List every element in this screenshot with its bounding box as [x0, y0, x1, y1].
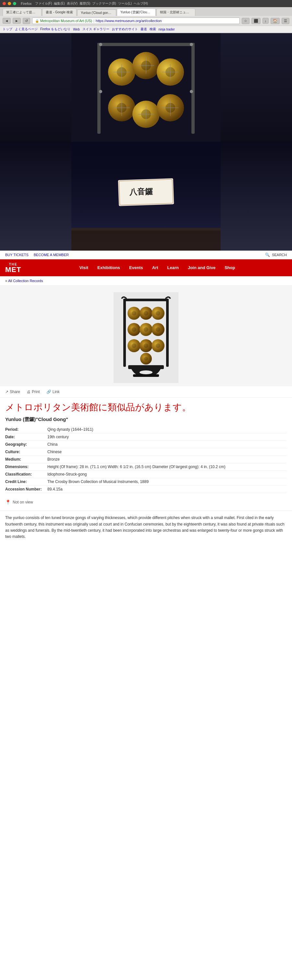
search-icon: 🔍 [265, 253, 270, 257]
topbar-right[interactable]: 🔍 SEARCH [265, 253, 287, 257]
bookmark-recommended[interactable]: おすすめのサイト [112, 27, 138, 32]
svg-point-58 [144, 344, 148, 348]
detail-value-date: 19th century [48, 435, 287, 439]
detail-value-medium: Bronze [48, 457, 287, 461]
artwork-description: The yunluo consists of ten tuned bronze … [0, 511, 292, 546]
detail-label-date: Date: [5, 435, 48, 439]
svg-point-50 [132, 327, 136, 332]
reload-button[interactable]: ↺ [23, 18, 30, 24]
link-link[interactable]: 🔗 Link [46, 390, 60, 394]
hero-image-2: 八音鑼 [0, 142, 292, 251]
detail-value-dimensions: Height (Of frame): 28 in. (71.1 cm) Widt… [48, 465, 287, 469]
svg-text:八音鑼: 八音鑼 [129, 187, 153, 197]
download-button[interactable]: ↓ [262, 18, 269, 24]
menu-button[interactable]: ☰ [282, 18, 289, 24]
detail-row-period: Period: Qing dynasty (1644–1911) [5, 426, 287, 433]
link-icon: 🔗 [46, 390, 51, 394]
breadcrumb-link[interactable]: All Collection Records [8, 279, 43, 283]
met-website: BUY TICKETS BECOME A MEMBER 🔍 SEARCH THE… [0, 251, 292, 546]
become-member-link[interactable]: BECOME A MEMBER [34, 253, 69, 257]
detail-label-medium: Medium: [5, 457, 48, 461]
detail-label-accession: Accession Number: [5, 487, 48, 492]
svg-point-44 [132, 311, 136, 315]
minimize-dot[interactable] [8, 2, 11, 5]
svg-rect-63 [128, 365, 164, 369]
topbar-left: BUY TICKETS BECOME A MEMBER [5, 253, 69, 257]
tab-1[interactable]: 第三者によって提示された… [3, 8, 41, 16]
gongs-image-1 [71, 33, 221, 142]
tab-5[interactable]: 韓国・北部材ニュース・Yun… [156, 8, 195, 16]
tab-2[interactable]: 書道 - Google 検索 [42, 8, 76, 16]
nav-visit[interactable]: Visit [75, 259, 93, 276]
detail-value-classification: Idiophone-Struck-gong [48, 472, 287, 477]
svg-rect-3 [191, 43, 195, 134]
not-on-view-text: Not on view [13, 500, 33, 504]
back-button[interactable]: ◄ [3, 18, 11, 24]
bookmark-swiss[interactable]: スイス ギャラリー [83, 27, 110, 32]
detail-row-geography: Geography: China [5, 441, 287, 448]
browser-menu-edit: 編集(E) [54, 1, 65, 6]
svg-rect-40 [123, 299, 169, 301]
nav-exhibitions[interactable]: Exhibitions [93, 259, 125, 276]
detail-label-geography: Geography: [5, 442, 48, 447]
tab-3[interactable]: Yunluo ('Cloud gong')… [77, 10, 116, 16]
svg-point-28 [99, 43, 102, 46]
bookmark-search[interactable]: 検索 [149, 27, 156, 32]
search-label[interactable]: SEARCH [272, 253, 287, 257]
svg-point-46 [144, 311, 148, 315]
forward-button[interactable]: ► [13, 18, 21, 24]
browser-menu-history: 履歴(S) [79, 1, 90, 6]
print-icon: 🖨 [27, 390, 30, 394]
svg-point-29 [190, 43, 193, 46]
label-image: 八音鑼 [71, 142, 221, 251]
japanese-title: メトロポリタン美術館に類似品があります。 [5, 401, 287, 413]
svg-rect-1 [97, 43, 195, 46]
browser-menu-tools: ツール(L) [118, 1, 132, 6]
browser-menu: ファイル(F) [35, 1, 52, 6]
met-logo[interactable]: THE MET [5, 262, 21, 273]
svg-rect-42 [166, 299, 169, 367]
svg-point-65 [140, 371, 152, 374]
link-label: Link [52, 390, 60, 394]
met-topbar: BUY TICKETS BECOME A MEMBER 🔍 SEARCH [0, 251, 292, 259]
detail-row-medium: Medium: Bronze [5, 456, 287, 463]
url-full-text: https://www.metmuseum.org/art/collection [96, 19, 162, 23]
browser-title: Firefox [21, 2, 32, 6]
share-link[interactable]: ↗ Share [5, 390, 20, 394]
close-dot[interactable] [3, 2, 6, 5]
bookmark-ninja[interactable]: ninja trader [159, 28, 175, 31]
detail-value-geography: China [48, 442, 287, 447]
nav-learn[interactable]: Learn [163, 259, 183, 276]
detail-value-period: Qing dynasty (1644–1911) [48, 427, 287, 432]
svg-point-30 [99, 90, 102, 93]
nav-art[interactable]: Art [148, 259, 163, 276]
svg-rect-38 [71, 228, 221, 231]
reader-button[interactable]: ⬛ [251, 18, 260, 24]
print-link[interactable]: 🖨 Print [27, 390, 40, 394]
url-bar[interactable]: 🔒 Metropolitan Museum of Art (US) | http… [32, 18, 240, 24]
svg-rect-41 [123, 299, 126, 367]
bookmark-visited[interactable]: よく見るページ [15, 27, 38, 32]
browser-titlebar: Firefox ファイル(F) 編集(E) 表示(V) 履歴(S) ブックマーク… [0, 0, 292, 7]
home-button[interactable]: 🏠 [271, 18, 280, 24]
url-secure-label: Metropolitan Museum of Art (US) [40, 19, 92, 23]
detail-label-culture: Culture: [5, 450, 48, 454]
nav-shop[interactable]: Shop [220, 259, 240, 276]
hero-image-1 [0, 33, 292, 142]
svg-point-56 [132, 344, 136, 348]
svg-point-48 [156, 311, 160, 315]
detail-row-dimensions: Dimensions: Height (Of frame): 28 in. (7… [5, 463, 287, 471]
nav-join[interactable]: Join and Give [183, 259, 220, 276]
tab-4-active[interactable]: Yunluo (雲鑼)'Cloud Go… [117, 8, 156, 16]
buy-tickets-link[interactable]: BUY TICKETS [5, 253, 29, 257]
bookmark-calligraphy[interactable]: 書道 [140, 27, 147, 32]
detail-label-dimensions: Dimensions: [5, 465, 48, 469]
maximize-dot[interactable] [13, 2, 16, 5]
bookmark-top[interactable]: トップ [3, 27, 12, 32]
nav-events[interactable]: Events [125, 259, 148, 276]
logo-met: MET [5, 266, 21, 273]
bookmark-web[interactable]: Web [73, 28, 79, 31]
bookmark-firefox[interactable]: Firefox をもどいなり [40, 27, 70, 32]
zoom-button[interactable]: ☆ [242, 18, 249, 24]
svg-point-62 [144, 357, 148, 361]
